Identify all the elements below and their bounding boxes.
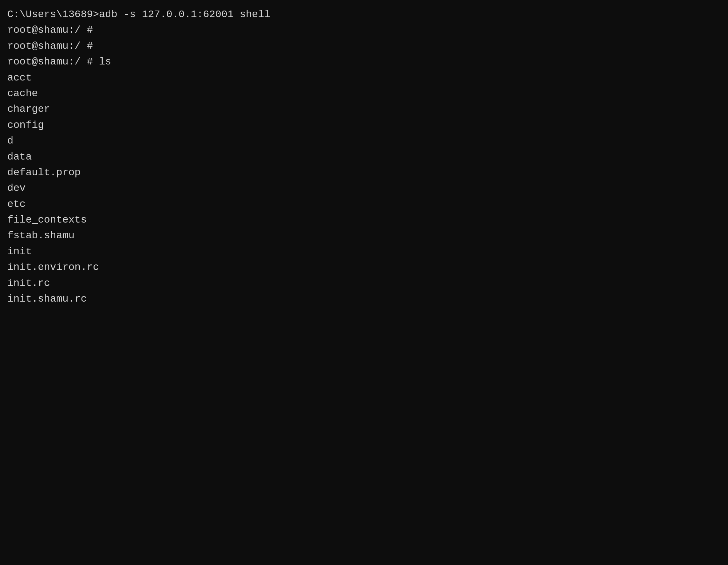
terminal-line: init.shamu.rc [7, 291, 721, 307]
terminal-line: init.environ.rc [7, 259, 721, 275]
terminal-line: cache [7, 86, 721, 101]
terminal-line: config [7, 117, 721, 133]
terminal-line: etc [7, 196, 721, 212]
terminal-line: d [7, 133, 721, 149]
terminal-line: default.prop [7, 165, 721, 180]
terminal-line: fstab.shamu [7, 228, 721, 243]
terminal-line: dev [7, 180, 721, 196]
terminal-line: root@shamu:/ # [7, 38, 721, 54]
terminal-line: acct [7, 70, 721, 86]
terminal-line: init [7, 244, 721, 259]
terminal-line: root@shamu:/ # ls [7, 54, 721, 70]
terminal-line: root@shamu:/ # [7, 22, 721, 38]
terminal-line: init.rc [7, 275, 721, 291]
terminal-line: C:\Users\13689>adb -s 127.0.0.1:62001 sh… [7, 7, 721, 22]
terminal-line: file_contexts [7, 212, 721, 228]
terminal-line: data [7, 149, 721, 165]
terminal-window: C:\Users\13689>adb -s 127.0.0.1:62001 sh… [7, 7, 721, 307]
terminal-line: charger [7, 101, 721, 117]
